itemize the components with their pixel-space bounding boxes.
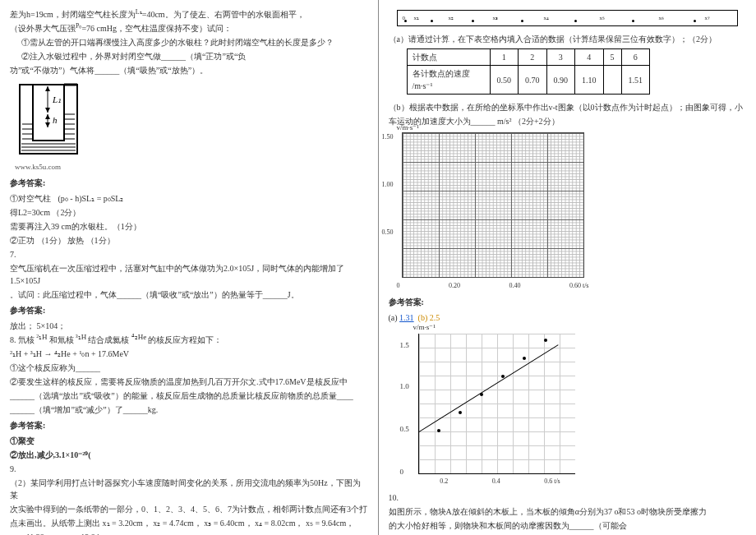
- ans-l2: 得L2=30cm （2分）: [10, 206, 368, 219]
- table-row: 计数点 1 2 3 4 5 6: [407, 49, 650, 66]
- q8-ans2: ②放出,减少,3.1×10⁻²⁹(: [10, 449, 368, 461]
- answer-heading-4: 参考答案:: [389, 296, 747, 308]
- q8-3: ______（选填“放出”或“吸收”）的能量，核反应后生成物的总质量比核反应前物…: [10, 390, 368, 402]
- answer-heading-3: 参考答案:: [10, 419, 368, 431]
- part-b-text: （b）根据表中数据，在所给的坐标系中作出v-t图象（以0计数点作为计时起点）；由…: [389, 101, 747, 113]
- blank-vt-chart: v/m·s⁻¹ 1.50 1.00 0.50 0 0.20 0.40 0.60 …: [402, 132, 747, 291]
- q10-num: 10.: [389, 491, 747, 504]
- q6-sub2a: ②注入水银过程中，外界对封闭空气做______（填“正功”或“负: [10, 50, 368, 62]
- q7-l2: 。试问：此压缩过程中，气体______（填“吸收”或“放出”）的热量等于____…: [10, 288, 368, 301]
- q9-l3: 点未画出。从纸带上测出 x₁ = 3.20cm， x₂ = 4.74cm， x₃…: [10, 517, 368, 529]
- q6-line2: （设外界大气压强P₀=76 cmHg，空气柱温度保持不变）试问：: [10, 22, 368, 35]
- attribution: www.ks5u.com: [15, 162, 368, 173]
- ans-l4: ②正功 （1分） 放热 （1分）: [10, 234, 368, 247]
- answer-heading-2: 参考答案:: [10, 304, 368, 316]
- left-column: 差为h=19cm，封闭端空气柱长度为L₁=40cm。为了使左、右两管中的水银面相…: [0, 0, 378, 535]
- velocity-table: 计数点 1 2 3 4 5 6 各计数点的速度/m·s⁻¹ 0.50 0.70 …: [407, 48, 651, 95]
- q7-num: 7.: [10, 248, 368, 261]
- ans-ab: (a) 1.31 (b) 2.5: [389, 311, 747, 324]
- q8-2: ②要发生这样的核反应，需要将反应物质的温度加热到几百万开尔文.式中17.6MeV…: [10, 376, 368, 388]
- q8-1: ①这个核反应称为______: [10, 362, 368, 374]
- q9-l4: x₆ = 11.28cm， x₇ = 12.84cm，: [10, 531, 368, 536]
- q7-ans: 放出； 5×104；: [10, 320, 368, 332]
- q8-ans1: ①聚变: [10, 435, 368, 447]
- q9-l2: 次实验中得到的一条纸带的一部分，0、1、2、3、4、5、6、7为计数点，相邻两计…: [10, 503, 368, 515]
- paper-tape-figure: 0 x₁ x₂ x₃ x₄ x₅ x₆ x₇: [397, 10, 739, 26]
- answer-vt-chart: v/m·s⁻¹ 1.5 1.0 0.5 0 0.2 0.4 0.6 t/s: [395, 325, 584, 490]
- right-column: 0 x₁ x₂ x₃ x₄ x₅ x₆ x₇ （a）请通过计算，在下表空格内填入…: [379, 0, 757, 535]
- q9-num: 9.: [10, 463, 368, 475]
- q10-l1: 如图所示，物块A放在倾斜的木板上，当木板的倾角α分别为37 o和53 o时物块所…: [389, 505, 747, 518]
- q10-l2: 的大小恰好相等，则物块和木板间的动摩擦因数为______（可能会: [389, 519, 747, 532]
- q8-4: ______（填“增加”或“减少”）了______kg.: [10, 404, 368, 416]
- q6-line1: 差为h=19cm，封闭端空气柱长度为L₁=40cm。为了使左、右两管中的水银面相…: [10, 8, 368, 21]
- q7-l1: 空气压缩机在一次压缩过程中，活塞对气缸中的气体做功为2.0×105J，同时气体的…: [10, 262, 368, 287]
- label-L1: L₁: [52, 95, 61, 104]
- q8-eq: ²₁H + ³₁H → ⁴₂He + ¹₀n + 17.6MeV: [10, 348, 368, 360]
- label-h: h: [53, 115, 58, 125]
- svg-rect-1: [33, 85, 64, 141]
- q8-line: 8. 氘核 ²₁H 和氚核 ³₁H 结合成氦核 ⁴₂He 的核反应方程如下：: [10, 334, 368, 346]
- part-a-text: （a）请通过计算，在下表空格内填入合适的数据（计算结果保留三位有效数字）；（2分…: [389, 33, 747, 45]
- ans-eq: ①对空气柱 (p₀ - h)SL₁ = p₀SL₂: [10, 192, 368, 205]
- u-tube-figure: L₁ h www.ks5u.com: [15, 80, 368, 173]
- table-row: 各计数点的速度/m·s⁻¹ 0.50 0.70 0.90 1.10 1.51: [407, 66, 650, 95]
- part-b-text2: 车运动的加速度大小为______ m/s² （2分+2分）: [389, 115, 747, 127]
- ans-l3: 需要再注入39 cm的水银柱。（1分）: [10, 220, 368, 233]
- answer-heading-1: 参考答案:: [10, 177, 368, 189]
- q6-sub2b: 功”或“不做功”）气体将______（填“吸热”或“放热”）。: [10, 64, 368, 76]
- q6-sub1: ①需从左管的开口端再缓慢注入高度多少的水银柱？此时封闭端空气柱的长度是多少？: [10, 36, 368, 48]
- q9-l1: （2）某同学利用打点计时器探究小车速度随时间变化的关系，所用交流电的频率为50H…: [10, 477, 368, 501]
